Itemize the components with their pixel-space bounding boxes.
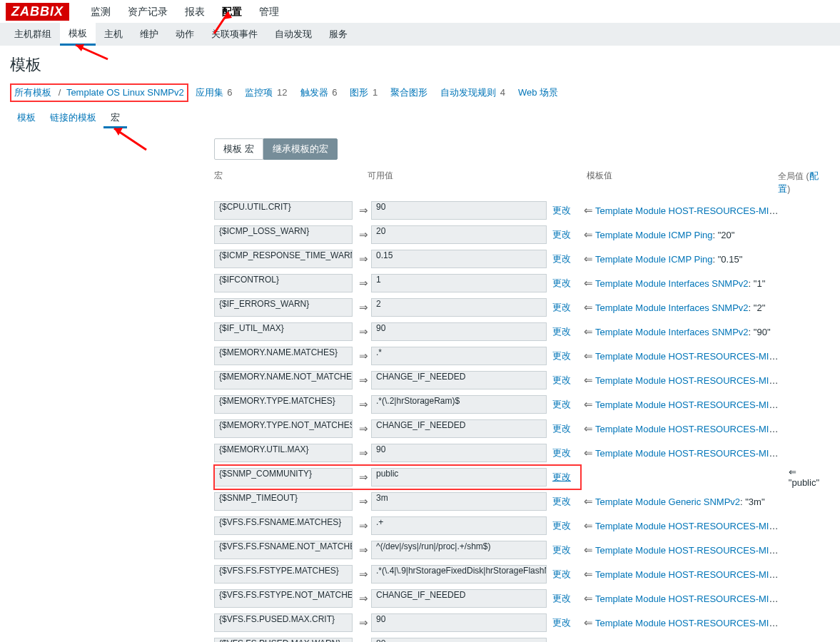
config-tab[interactable]: 模板: [10, 108, 43, 128]
macro-value-input[interactable]: 90: [371, 613, 547, 632]
config-tab[interactable]: 链接的模板: [43, 108, 103, 128]
breadcrumb-item[interactable]: 图形 1: [350, 87, 378, 98]
template-link[interactable]: Template Module Interfaces SNMPv2: [595, 278, 749, 289]
template-link[interactable]: Template Module HOST-RESOURCES-MIB ...: [595, 424, 781, 434]
sub-menu-item[interactable]: 动作: [167, 23, 203, 46]
macro-value-input[interactable]: .*: [371, 347, 547, 365]
macro-value-input[interactable]: CHANGE_IF_NEEDED: [371, 419, 547, 438]
macro-name-input[interactable]: {$IF_ERRORS_WARN}: [214, 298, 353, 317]
macro-name-input[interactable]: {$IF_UTIL_MAX}: [214, 322, 353, 341]
macro-name-input[interactable]: {$VFS.FS.PUSED.MAX.WARN}: [214, 638, 353, 642]
sub-menu-item[interactable]: 主机群组: [6, 23, 60, 46]
macro-value-input[interactable]: public: [371, 468, 547, 486]
macro-name-input[interactable]: {$MEMORY.TYPE.NOT_MATCHES}: [214, 419, 353, 438]
change-link[interactable]: 更改: [552, 569, 571, 579]
macro-name-input[interactable]: {$ICMP_LOSS_WARN}: [214, 225, 353, 244]
macro-value-input[interactable]: 90: [371, 444, 547, 462]
breadcrumb-item[interactable]: 监控项 12: [245, 87, 287, 98]
template-link[interactable]: Template Module HOST-RESOURCES-MIB ...: [595, 399, 781, 410]
toggle-inherited-macros[interactable]: 继承模板的宏: [263, 138, 338, 160]
top-menu-item[interactable]: 管理: [251, 0, 288, 23]
macro-name-input[interactable]: {$ICMP_RESPONSE_TIME_WARN}: [214, 250, 353, 268]
breadcrumb-item[interactable]: 自动发现规则 4: [440, 87, 505, 98]
breadcrumb-item[interactable]: Web 场景: [518, 87, 558, 98]
change-link[interactable]: 更改: [552, 229, 571, 240]
macro-name-input[interactable]: {$VFS.FS.FSTYPE.MATCHES}: [214, 565, 353, 584]
top-menu-item[interactable]: 报表: [176, 0, 213, 23]
top-menu-item[interactable]: 监测: [82, 0, 119, 23]
change-link[interactable]: 更改: [552, 496, 571, 506]
breadcrumb-all-templates[interactable]: 所有模板: [14, 87, 51, 98]
macro-value-input[interactable]: .*(\.2|hrStorageRam)$: [371, 395, 547, 414]
template-link[interactable]: Template Module Generic SNMPv2: [595, 496, 740, 507]
template-link[interactable]: Template Module HOST-RESOURCES-MIB ...: [595, 205, 781, 216]
change-link[interactable]: 更改: [552, 374, 571, 385]
macro-value-input[interactable]: 20: [371, 225, 547, 244]
toggle-template-macros[interactable]: 模板 宏: [214, 138, 263, 160]
change-link[interactable]: 更改: [552, 593, 571, 603]
macro-value-input[interactable]: 90: [371, 201, 547, 220]
sub-menu-item[interactable]: 服务: [320, 23, 356, 46]
template-link[interactable]: Template Module HOST-RESOURCES-MIB ...: [595, 569, 781, 580]
template-link[interactable]: Template Module HOST-RESOURCES-MIB ...: [595, 351, 781, 362]
change-link[interactable]: 更改: [552, 302, 571, 312]
sub-menu-item[interactable]: 自动发现: [266, 23, 320, 46]
template-link[interactable]: Template Module HOST-RESOURCES-MIB ...: [595, 375, 781, 386]
macro-value-input[interactable]: 80: [371, 638, 547, 642]
change-link[interactable]: 更改: [552, 520, 571, 531]
config-tab[interactable]: 宏: [103, 108, 127, 128]
macro-name-input[interactable]: {$MEMORY.NAME.NOT_MATCHES}: [214, 371, 353, 389]
template-link[interactable]: Template Module ICMP Ping: [595, 254, 713, 265]
sub-menu-item[interactable]: 关联项事件: [203, 23, 266, 46]
macro-name-input[interactable]: {$SNMP_TIMEOUT}: [214, 492, 353, 511]
macro-value-input[interactable]: 3m: [371, 492, 547, 511]
macro-name-input[interactable]: {$SNMP_COMMUNITY}: [214, 468, 353, 486]
sub-menu-item[interactable]: 模板: [60, 23, 96, 46]
macro-name-input[interactable]: {$VFS.FS.FSNAME.NOT_MATCHES}: [214, 541, 353, 559]
top-menu-item[interactable]: 配置: [213, 0, 251, 23]
breadcrumb-item[interactable]: 应用集 6: [196, 87, 233, 98]
macro-value-input[interactable]: 90: [371, 322, 547, 341]
template-link[interactable]: Template Module ICMP Ping: [595, 230, 713, 240]
breadcrumb-item[interactable]: 聚合图形: [390, 87, 427, 98]
template-link[interactable]: Template Module HOST-RESOURCES-MIB ...: [595, 521, 781, 531]
template-link[interactable]: Template Module HOST-RESOURCES-MIB ...: [595, 448, 781, 459]
change-link[interactable]: 更改: [552, 447, 571, 458]
change-link[interactable]: 更改: [552, 544, 571, 555]
change-link[interactable]: 更改: [552, 205, 571, 215]
template-link[interactable]: Template Module Interfaces SNMPv2: [595, 302, 749, 313]
template-link[interactable]: Template Module HOST-RESOURCES-MIB ...: [595, 593, 781, 604]
top-menu-item[interactable]: 资产记录: [119, 0, 176, 23]
macro-name-input[interactable]: {$VFS.FS.FSNAME.MATCHES}: [214, 516, 353, 535]
change-link[interactable]: 更改: [552, 617, 571, 628]
change-link[interactable]: 更改: [552, 253, 571, 264]
macro-value-input[interactable]: CHANGE_IF_NEEDED: [371, 371, 547, 389]
template-link[interactable]: Template Module Interfaces SNMPv2: [595, 327, 749, 337]
sub-menu-item[interactable]: 维护: [131, 23, 167, 46]
macro-name-input[interactable]: {$VFS.FS.FSTYPE.NOT_MATCHES}: [214, 589, 353, 608]
macro-value-input[interactable]: 1: [371, 274, 547, 292]
macro-name-input[interactable]: {$CPU.UTIL.CRIT}: [214, 201, 353, 220]
macro-value-input[interactable]: .*(\.4|\.9|hrStorageFixedDisk|hrStorageF…: [371, 565, 547, 584]
macro-value-input[interactable]: 0.15: [371, 250, 547, 268]
macro-name-input[interactable]: {$MEMORY.NAME.MATCHES}: [214, 347, 353, 365]
macro-name-input[interactable]: {$MEMORY.UTIL.MAX}: [214, 444, 353, 462]
template-link[interactable]: Template Module HOST-RESOURCES-MIB ...: [595, 545, 781, 556]
change-link[interactable]: 更改: [552, 472, 571, 482]
template-link[interactable]: Template Module HOST-RESOURCES-MIB ...: [595, 618, 781, 628]
macro-name-input[interactable]: {$MEMORY.TYPE.MATCHES}: [214, 395, 353, 414]
macro-value-input[interactable]: ^(/dev|/sys|/run|/proc|.+/shm$): [371, 541, 547, 559]
breadcrumb-template-name[interactable]: Template OS Linux SNMPv2: [66, 87, 184, 98]
macro-value-input[interactable]: 2: [371, 298, 547, 317]
change-link[interactable]: 更改: [552, 277, 571, 288]
change-link[interactable]: 更改: [552, 350, 571, 361]
macro-value-input[interactable]: CHANGE_IF_NEEDED: [371, 589, 547, 608]
macro-name-input[interactable]: {$IFCONTROL}: [214, 274, 353, 292]
change-link[interactable]: 更改: [552, 423, 571, 434]
change-link[interactable]: 更改: [552, 399, 571, 409]
change-link[interactable]: 更改: [552, 326, 571, 337]
macro-name-input[interactable]: {$VFS.FS.PUSED.MAX.CRIT}: [214, 613, 353, 632]
sub-menu-item[interactable]: 主机: [96, 23, 131, 46]
macro-value-input[interactable]: .+: [371, 516, 547, 535]
breadcrumb-item[interactable]: 触发器 6: [300, 87, 338, 98]
